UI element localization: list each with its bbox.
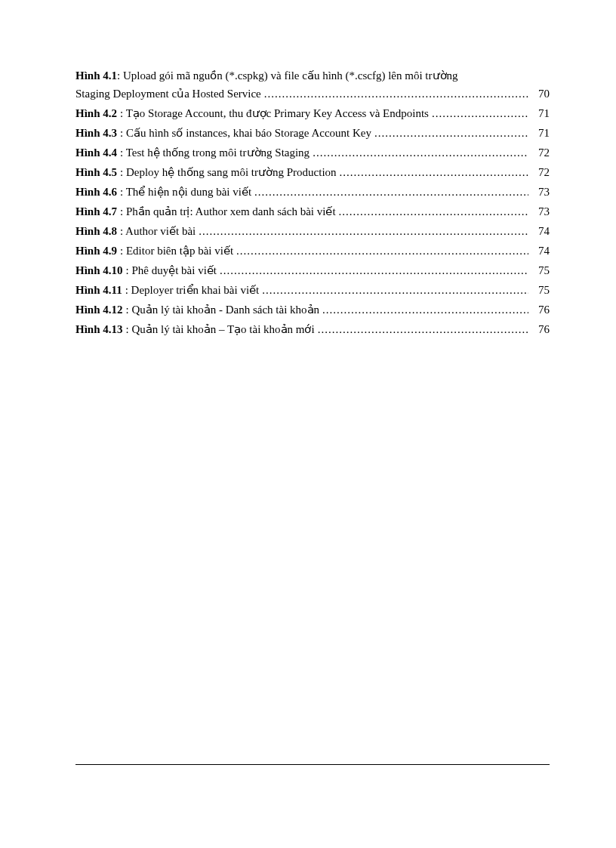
- toc-entry-desc: : Quản lý tài khoản - Danh sách tài khoả…: [126, 301, 320, 319]
- toc-entry-label: Hình 4.8: [75, 222, 117, 240]
- toc-leader-dots: [199, 222, 528, 240]
- toc-leader-dots: [318, 320, 528, 338]
- list-of-figures: Hình 4.1: Upload gói mã nguồn (*.cspkg) …: [75, 66, 550, 338]
- toc-entry-label: Hình 4.10: [75, 261, 123, 279]
- toc-leader-dots: [322, 301, 528, 319]
- toc-entry-line2: Staging Deployment của Hosted Service70: [75, 85, 550, 103]
- toc-entry-desc: : Phần quản trị: Author xem danh sách bà…: [120, 202, 336, 220]
- toc-entry-label: Hình 4.2: [75, 104, 117, 122]
- toc-page-number: 72: [531, 143, 550, 162]
- toc-entry: Hình 4.1: Upload gói mã nguồn (*.cspkg) …: [75, 66, 550, 103]
- toc-entry-desc: : Thể hiện nội dung bài viết: [120, 183, 251, 201]
- footer-divider: [75, 764, 550, 765]
- toc-entry-label: Hình 4.6: [75, 183, 117, 201]
- toc-leader-dots: [432, 104, 528, 122]
- toc-entry-label: Hình 4.12: [75, 301, 123, 319]
- toc-page-number: 71: [531, 124, 550, 142]
- toc-page-number: 70: [531, 85, 550, 103]
- toc-page-number: 74: [531, 242, 550, 260]
- toc-entry-desc: : Cấu hình số instances, khai báo Storag…: [120, 124, 371, 142]
- toc-entry: Hình 4.4: Test hệ thống trong môi trường…: [75, 143, 550, 162]
- toc-entry-label: Hình 4.13: [75, 320, 123, 338]
- page-content: Hình 4.1: Upload gói mã nguồn (*.cspkg) …: [0, 0, 616, 385]
- toc-page-number: 74: [531, 222, 550, 240]
- toc-leader-dots: [313, 143, 528, 162]
- toc-page-number: 76: [531, 301, 550, 319]
- toc-page-number: 75: [531, 281, 550, 299]
- toc-entry: Hình 4.12: Quản lý tài khoản - Danh sách…: [75, 301, 550, 319]
- toc-entry: Hình 4.5: Deploy hệ thống sang môi trườn…: [75, 163, 550, 181]
- toc-entry-line1: Hình 4.1: Upload gói mã nguồn (*.cspkg) …: [75, 66, 550, 85]
- toc-leader-dots: [254, 183, 528, 201]
- toc-leader-dots: [340, 163, 528, 181]
- toc-entry-label: Hình 4.1: [75, 69, 117, 82]
- toc-entry: Hình 4.11: Deployer triển khai bài viết7…: [75, 281, 550, 299]
- toc-leader-dots: [262, 281, 528, 299]
- toc-leader-dots: [264, 85, 528, 103]
- toc-entry: Hình 4.8: Author viết bài74: [75, 222, 550, 240]
- toc-entry-desc-line1: : Upload gói mã nguồn (*.cspkg) và file …: [117, 69, 458, 82]
- toc-page-number: 73: [531, 202, 550, 220]
- toc-entry-desc: : Test hệ thống trong môi trường Staging: [120, 143, 310, 162]
- toc-leader-dots: [220, 261, 528, 279]
- toc-leader-dots: [236, 242, 528, 260]
- toc-page-number: 73: [531, 183, 550, 201]
- toc-page-number: 76: [531, 320, 550, 338]
- toc-entry-desc: : Tạo Storage Account, thu được Primary …: [120, 104, 429, 122]
- toc-leader-dots: [339, 202, 528, 220]
- toc-entry-label: Hình 4.7: [75, 202, 117, 220]
- toc-entry-label: Hình 4.9: [75, 242, 117, 260]
- toc-entry-label: Hình 4.3: [75, 124, 117, 142]
- toc-entry-label: Hình 4.5: [75, 163, 117, 181]
- toc-leader-dots: [374, 124, 528, 142]
- toc-entry-desc: : Deployer triển khai bài viết: [125, 281, 260, 299]
- toc-entry-label: Hình 4.4: [75, 143, 117, 162]
- toc-entry-desc: : Quản lý tài khoản – Tạo tài khoản mới: [126, 320, 315, 338]
- toc-entry: Hình 4.2: Tạo Storage Account, thu được …: [75, 104, 550, 122]
- toc-page-number: 72: [531, 163, 550, 181]
- toc-entry-desc: : Editor biên tập bài viết: [120, 242, 233, 260]
- toc-entry: Hình 4.10: Phê duyệt bài viết75: [75, 261, 550, 279]
- toc-entry-desc-line2: Staging Deployment của Hosted Service: [75, 85, 261, 103]
- toc-entry-desc: : Phê duyệt bài viết: [126, 261, 217, 279]
- toc-page-number: 71: [531, 104, 550, 122]
- toc-page-number: 75: [531, 261, 550, 279]
- toc-entry-desc: : Author viết bài: [120, 222, 196, 240]
- toc-entry: Hình 4.9: Editor biên tập bài viết74: [75, 242, 550, 260]
- toc-entry: Hình 4.6: Thể hiện nội dung bài viết73: [75, 183, 550, 201]
- toc-entry: Hình 4.7: Phần quản trị: Author xem danh…: [75, 202, 550, 220]
- toc-entry-desc: : Deploy hệ thống sang môi trường Produc…: [120, 163, 337, 181]
- toc-entry-label: Hình 4.11: [75, 281, 122, 299]
- toc-entry: Hình 4.3: Cấu hình số instances, khai bá…: [75, 124, 550, 142]
- toc-entry: Hình 4.13: Quản lý tài khoản – Tạo tài k…: [75, 320, 550, 338]
